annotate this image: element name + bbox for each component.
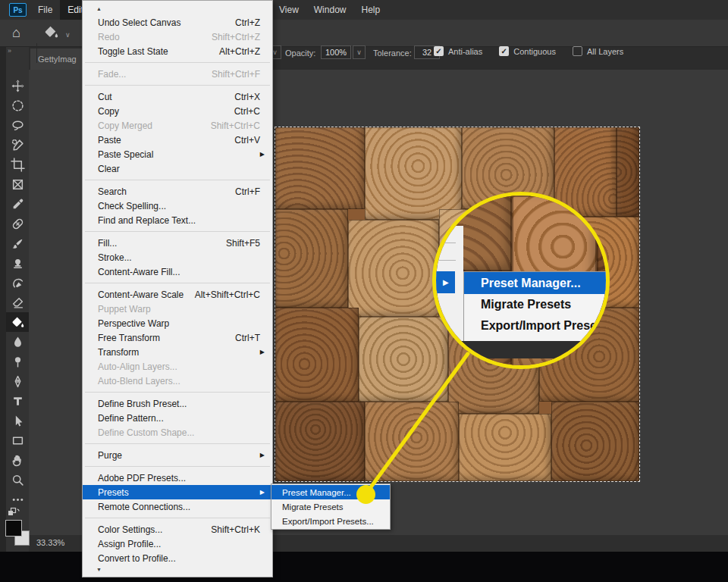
zoom-tool[interactable]: [6, 470, 29, 490]
eraser-tool[interactable]: [6, 293, 29, 312]
home-icon[interactable]: ⌂: [12, 26, 20, 39]
hand-tool[interactable]: [6, 450, 29, 470]
chevron-down-icon[interactable]: ∨: [65, 31, 71, 39]
menu-item-copy-merged[interactable]: Copy MergedShift+Ctrl+C: [83, 118, 272, 133]
foreground-color-swatch[interactable]: [5, 520, 22, 537]
menu-item-auto-blend-layers[interactable]: Auto-Blend Layers...: [83, 374, 272, 388]
menubar-item-help[interactable]: Help: [353, 0, 388, 20]
wood-block: [275, 308, 359, 402]
dodge-tool[interactable]: [6, 352, 29, 371]
menu-item-stroke[interactable]: Stroke...: [83, 250, 272, 264]
menu-item-label: Content-Aware Scale: [98, 289, 184, 300]
menu-separator: [85, 466, 270, 467]
menu-item-cut[interactable]: CutCtrl+X: [83, 89, 272, 104]
healing-brush-tool[interactable]: [6, 214, 29, 233]
type-tool[interactable]: [6, 391, 29, 411]
tolerance-label: Tolerance:: [373, 48, 412, 58]
menu-item-transform[interactable]: Transform▶: [83, 345, 272, 359]
checkbox-all-layers[interactable]: All Layers: [573, 46, 623, 56]
path-selection-tool[interactable]: [6, 411, 29, 430]
menu-item-content-aware-scale[interactable]: Content-Aware ScaleAlt+Shift+Ctrl+C: [83, 287, 272, 302]
menu-item-find-and-replace-text[interactable]: Find and Replace Text...: [83, 213, 272, 227]
photoshop-logo: Ps: [9, 3, 27, 17]
menu-item-free-transform[interactable]: Free TransformCtrl+T: [83, 330, 272, 345]
options-checkboxes: ✓Anti-alias✓ContiguousAll Layers: [434, 46, 635, 56]
zoom-level-value[interactable]: 33.33%: [36, 538, 64, 547]
elliptical-marquee-tool[interactable]: [6, 95, 29, 115]
menu-item-fill[interactable]: Fill...Shift+F5: [83, 236, 272, 250]
checkbox-anti-alias[interactable]: ✓Anti-alias: [434, 46, 482, 56]
menu-item-define-pattern[interactable]: Define Pattern...: [83, 411, 272, 425]
magnified-submenu-item: Migrate Presets: [464, 294, 610, 315]
pen-tool[interactable]: [6, 371, 29, 391]
rectangle-tool[interactable]: [6, 430, 29, 450]
menubar-right-items: ViewWindowHelp: [271, 0, 388, 20]
menu-item-convert-to-profile[interactable]: Convert to Profile...: [83, 551, 272, 565]
eyedropper-tool[interactable]: [6, 194, 29, 214]
menu-item-copy[interactable]: CopyCtrl+C: [83, 104, 272, 118]
menu-item-assign-profile[interactable]: Assign Profile...: [83, 537, 272, 551]
move-tool[interactable]: [6, 76, 29, 95]
menu-item-search[interactable]: SearchCtrl+F: [83, 184, 272, 199]
menu-item-adobe-pdf-presets[interactable]: Adobe PDF Presets...: [83, 471, 272, 485]
menu-item-check-spelling[interactable]: Check Spelling...: [83, 199, 272, 213]
menu-item-content-aware-fill[interactable]: Content-Aware Fill...: [83, 264, 272, 279]
menu-item-label: Assign Profile...: [98, 539, 161, 549]
menu-item-color-settings[interactable]: Color Settings...Shift+Ctrl+K: [83, 522, 272, 537]
menu-item-shortcut: Ctrl+T: [235, 333, 266, 343]
crop-tool[interactable]: [6, 155, 29, 174]
menu-item-undo-select-canvas[interactable]: Undo Select CanvasCtrl+Z: [83, 15, 272, 30]
history-brush-tool[interactable]: [6, 273, 29, 293]
unchecked-icon[interactable]: [573, 46, 582, 56]
menu-item-label: Define Custom Shape...: [98, 427, 194, 438]
menu-item-shortcut: Ctrl+F: [235, 186, 266, 197]
checkbox-contiguous[interactable]: ✓Contiguous: [499, 46, 556, 56]
lasso-tool[interactable]: [6, 115, 29, 135]
menu-item-puppet-warp[interactable]: Puppet Warp: [83, 302, 272, 316]
brush-tool[interactable]: [6, 233, 29, 253]
opacity-dropdown-chevron[interactable]: ∨: [353, 45, 366, 59]
clone-stamp-tool[interactable]: [6, 253, 29, 273]
submenu-item-export-import-presets[interactable]: Export/Import Presets...: [271, 514, 390, 528]
paint-bucket-tool-preset-icon[interactable]: [44, 25, 58, 42]
menu-item-paste-special[interactable]: Paste Special▶: [83, 147, 272, 161]
menu-separator: [85, 518, 270, 518]
menu-item-define-brush-preset[interactable]: Define Brush Preset...: [83, 396, 272, 411]
menu-item-fade[interactable]: Fade...Shift+Ctrl+F: [83, 67, 272, 81]
menu-item-perspective-warp[interactable]: Perspective Warp: [83, 316, 272, 330]
menu-item-auto-align-layers[interactable]: Auto-Align Layers...: [83, 359, 272, 374]
quick-selection-tool[interactable]: [6, 135, 29, 155]
menubar-item-window[interactable]: Window: [306, 0, 354, 20]
opacity-value-field[interactable]: 100%: [321, 45, 351, 59]
menu-item-label: Redo: [98, 32, 120, 42]
edit-menu-panel: ▲ Undo Select CanvasCtrl+ZRedoShift+Ctrl…: [82, 0, 273, 577]
menu-item-shortcut: Shift+Ctrl+Z: [212, 32, 266, 42]
menu-item-shortcut: Ctrl+C: [234, 106, 266, 117]
checked-icon[interactable]: ✓: [434, 46, 444, 56]
wood-block: [275, 127, 365, 209]
blur-tool[interactable]: [6, 332, 29, 352]
menubar-item-view[interactable]: View: [271, 0, 306, 20]
menu-item-define-custom-shape[interactable]: Define Custom Shape...: [83, 425, 272, 440]
menu-item-purge[interactable]: Purge▶: [83, 448, 272, 462]
menu-item-shortcut: Shift+Ctrl+C: [211, 120, 266, 131]
menu-item-redo[interactable]: RedoShift+Ctrl+Z: [83, 30, 272, 44]
menubar-item-file[interactable]: File: [30, 0, 60, 20]
checked-icon[interactable]: ✓: [499, 46, 509, 56]
menu-item-paste[interactable]: PasteCtrl+V: [83, 133, 272, 147]
menu-item-label: Search: [98, 186, 127, 197]
menu-separator: [85, 180, 270, 180]
menu-item-presets[interactable]: Presets▶: [83, 485, 272, 499]
edit-menu-items: Undo Select CanvasCtrl+ZRedoShift+Ctrl+Z…: [83, 15, 272, 565]
menu-item-remote-connections[interactable]: Remote Connections...: [83, 499, 272, 514]
toolbar-collapse-icon[interactable]: »: [8, 47, 12, 55]
menu-item-shortcut: Ctrl+Z: [235, 17, 266, 28]
menu-item-clear[interactable]: Clear: [83, 161, 272, 176]
frame-tool[interactable]: [6, 174, 29, 194]
menu-item-toggle-last-state[interactable]: Toggle Last StateAlt+Ctrl+Z: [83, 44, 272, 58]
menu-item-label: Presets: [98, 487, 129, 498]
paint-bucket-tool[interactable]: [6, 312, 29, 332]
default-colors-icon[interactable]: [8, 506, 20, 520]
menu-scroll-up-arrow[interactable]: ▲: [83, 1, 272, 15]
menu-scroll-down-arrow[interactable]: ▼: [83, 565, 272, 577]
